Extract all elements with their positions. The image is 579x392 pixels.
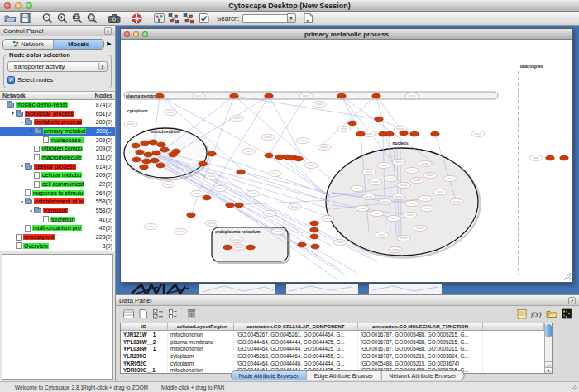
graph-node[interactable] bbox=[310, 227, 319, 232]
graph-node[interactable] bbox=[560, 155, 569, 160]
unselect-attributes-icon[interactable] bbox=[166, 308, 179, 320]
graph-node[interactable] bbox=[356, 131, 366, 136]
tree-item[interactable]: secretion41(0) bbox=[0, 215, 115, 224]
tab-network-attribute-browser[interactable]: Network Attribute Browser bbox=[381, 371, 463, 380]
tree-item[interactable]: ▼primary metabol209(... bbox=[0, 127, 115, 136]
graph-edge[interactable] bbox=[154, 160, 333, 218]
graph-node[interactable] bbox=[141, 141, 150, 146]
graph-node[interactable] bbox=[431, 131, 440, 136]
graph-edge[interactable] bbox=[234, 96, 332, 180]
graph-node[interactable] bbox=[294, 156, 304, 161]
graph-edge[interactable] bbox=[241, 172, 330, 202]
tree-item[interactable]: cell communicat22(0) bbox=[0, 179, 115, 189]
graph-node[interactable] bbox=[410, 131, 419, 136]
graph-node[interactable] bbox=[298, 242, 307, 247]
tree-item[interactable]: Overview8(0) bbox=[0, 241, 115, 251]
scroll-down-icon[interactable]: ▼ bbox=[545, 367, 552, 373]
graph-node[interactable] bbox=[199, 161, 208, 166]
graph-node[interactable] bbox=[160, 147, 170, 152]
help-icon[interactable] bbox=[130, 12, 143, 25]
tree-item[interactable]: unassigned223(0) bbox=[0, 232, 115, 241]
graph-node[interactable] bbox=[144, 152, 153, 157]
graph-node[interactable] bbox=[265, 153, 274, 158]
graph-node[interactable] bbox=[208, 151, 217, 156]
zoom-fit-icon[interactable] bbox=[85, 12, 98, 25]
table-row[interactable]: YPL036W__2plasma membrane[GO:0044464, GO… bbox=[121, 338, 552, 346]
table-scrollbar[interactable]: ▲ ▼ bbox=[544, 323, 552, 373]
table-row[interactable]: YJR121W__1mitochondrion[GO:0045267, GO:0… bbox=[121, 331, 552, 338]
network-import-icon[interactable] bbox=[182, 12, 195, 25]
annotation-icon[interactable] bbox=[197, 12, 210, 25]
scroll-up-icon[interactable]: ▲ bbox=[545, 361, 552, 367]
graph-node[interactable] bbox=[156, 93, 165, 98]
graph-node[interactable] bbox=[337, 93, 347, 98]
table-column-header[interactable] bbox=[483, 323, 544, 330]
tree-item[interactable]: mosaic-demo-yeast874(0) bbox=[0, 100, 115, 109]
graph-node[interactable] bbox=[265, 93, 274, 98]
graph-node[interactable] bbox=[132, 157, 141, 162]
select-nodes-checkbox[interactable]: ✓ bbox=[7, 76, 15, 84]
function-builder-icon[interactable]: f(x) bbox=[530, 308, 543, 320]
expand-arrow-icon[interactable]: ▼ bbox=[10, 111, 16, 116]
tree-column-header[interactable]: Network Nodes bbox=[0, 91, 115, 100]
tree-col-nodes[interactable]: Nodes bbox=[95, 93, 112, 98]
open-icon[interactable] bbox=[3, 12, 17, 25]
graph-node[interactable] bbox=[375, 117, 384, 122]
vizmapper-icon[interactable] bbox=[152, 12, 165, 25]
tree-item[interactable]: cellular metabo209(0) bbox=[0, 171, 115, 180]
graph-node[interactable] bbox=[149, 140, 158, 145]
filter-icon[interactable] bbox=[302, 12, 315, 25]
tab-overflow-arrow-icon[interactable]: ▶ bbox=[106, 41, 112, 47]
canvas-resize-grip[interactable] bbox=[569, 278, 571, 280]
tab-mosaic[interactable]: Mosaic bbox=[54, 40, 103, 49]
graph-node[interactable] bbox=[385, 131, 395, 136]
tree-item[interactable]: ▼biological_process651(0) bbox=[0, 109, 115, 118]
zoom-out-icon[interactable] bbox=[41, 12, 54, 25]
zoom-region-icon[interactable] bbox=[70, 12, 84, 25]
expand-arrow-icon[interactable]: ▼ bbox=[19, 164, 25, 169]
select-attributes-icon[interactable] bbox=[151, 308, 165, 320]
graph-node[interactable] bbox=[230, 93, 239, 98]
import-attributes-icon[interactable] bbox=[545, 308, 558, 320]
graph-node[interactable] bbox=[546, 155, 555, 160]
birds-eye-view[interactable] bbox=[2, 254, 113, 380]
expand-arrow-icon[interactable]: ▼ bbox=[19, 120, 25, 125]
graph-node[interactable] bbox=[235, 203, 244, 208]
search-dropdown-icon[interactable]: ▼ bbox=[287, 13, 296, 23]
graph-node[interactable] bbox=[157, 142, 166, 147]
graph-node[interactable] bbox=[372, 93, 381, 98]
graph-node[interactable] bbox=[203, 195, 212, 200]
graph-node[interactable] bbox=[400, 131, 409, 136]
tree-col-network[interactable]: Network bbox=[2, 93, 26, 98]
graph-edge[interactable] bbox=[173, 96, 269, 155]
graph-node[interactable] bbox=[142, 159, 151, 164]
expand-arrow-icon[interactable]: ▼ bbox=[19, 199, 25, 204]
attribute-table[interactable]: ID_cellularLayoutRegionannotation.GO CEL… bbox=[120, 323, 553, 374]
node-color-dropdown[interactable]: transporter activity ▲▼ bbox=[7, 61, 108, 72]
table-row[interactable]: YPL036W__1mitochondrion[GO:0044464, GO:0… bbox=[121, 345, 552, 352]
expand-arrow-icon[interactable]: ▼ bbox=[28, 208, 34, 213]
graph-node[interactable] bbox=[136, 150, 145, 155]
graph-node[interactable] bbox=[187, 213, 196, 218]
graph-node[interactable] bbox=[172, 149, 181, 154]
network-canvas[interactable]: plasma membranecytoplasmmitochondrionnuc… bbox=[121, 40, 572, 282]
graph-node[interactable] bbox=[156, 163, 165, 168]
tree-item[interactable]: ▼metabolic process280(0) bbox=[0, 117, 115, 127]
graph-node[interactable] bbox=[223, 245, 232, 250]
float-panel-icon[interactable]: ↗ bbox=[104, 27, 112, 35]
tree-item[interactable]: response to stimulu264(0) bbox=[0, 189, 115, 198]
tree-item[interactable]: multi-organism pro42(0) bbox=[0, 224, 115, 233]
table-column-header[interactable]: _cellularLayoutRegion bbox=[168, 323, 234, 330]
new-attribute-icon[interactable] bbox=[136, 308, 150, 320]
graph-node[interactable] bbox=[152, 151, 161, 155]
network-create-icon[interactable] bbox=[167, 12, 180, 25]
float-data-panel-icon[interactable]: ↗ bbox=[568, 297, 576, 304]
save-icon[interactable] bbox=[18, 12, 31, 25]
graph-node[interactable] bbox=[246, 245, 256, 250]
network-window-titlebar[interactable]: primary metabolic process bbox=[121, 29, 572, 40]
tree-item[interactable]: ▼establishment of lo558(0) bbox=[0, 198, 115, 207]
tab-edge-attribute-browser[interactable]: Edge Attribute Browser bbox=[307, 371, 382, 380]
zoom-in-icon[interactable] bbox=[55, 12, 69, 25]
tab-node-attribute-browser[interactable]: Node Attribute Browser bbox=[232, 371, 307, 380]
tree-item[interactable]: nitrogen compo209(0) bbox=[0, 144, 115, 153]
